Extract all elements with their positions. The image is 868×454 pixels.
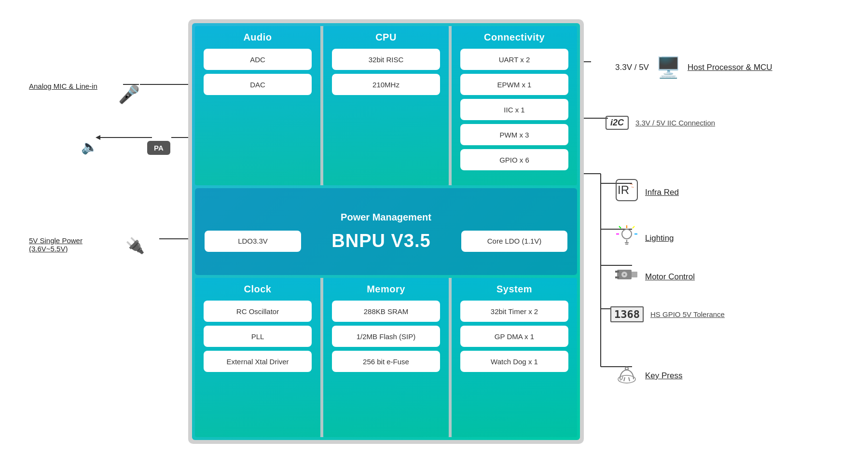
system-section: System 32bit Timer x 2 GP DMA x 1 Watch … [452, 278, 577, 437]
dma-box: GP DMA x 1 [460, 326, 568, 347]
flash-box: 1/2MB Flash (SIP) [332, 326, 440, 347]
timer-box: 32bit Timer x 2 [460, 301, 568, 322]
cpu-section: CPU 32bit RISC 210MHz [323, 26, 449, 185]
chip-block: Audio ADC DAC CPU 32bit RISC [188, 19, 584, 444]
chip-icon: 🖥️ [656, 55, 681, 79]
gpio-box: GPIO x 6 [460, 149, 568, 170]
right-panel: 3.3V / 5V 🖥️ Host Processor & MCU i2C 3.… [601, 19, 842, 444]
svg-line-30 [619, 226, 621, 228]
power-management-section: Power Management LDO3.3V BNPU V3.5 Core … [195, 188, 577, 275]
svg-rect-37 [615, 276, 619, 278]
i2c-icon: i2C [606, 116, 629, 130]
ldo33-box: LDO3.3V [205, 231, 301, 252]
xtal-box: External Xtal Driver [204, 351, 312, 372]
pa-box: PA [147, 141, 170, 155]
sram-box: 288KB SRAM [332, 301, 440, 322]
svg-line-31 [633, 226, 634, 228]
cpu-mhz-box: 210MHz [332, 74, 440, 95]
microphone-icon: 🎤 [118, 84, 140, 105]
svg-rect-36 [615, 271, 619, 273]
power-label: 5V Single Power(3.6V~5.5V) [29, 236, 83, 253]
iic-box: IIC x 1 [460, 99, 568, 120]
memory-section: Memory 288KB SRAM 1/2MB Flash (SIP) 256 … [323, 278, 449, 437]
motor-icon [615, 263, 638, 290]
power-plug-icon: 🔌 [125, 236, 145, 255]
speaker-icon: 🔈 [81, 139, 98, 155]
svg-point-39 [623, 274, 625, 275]
hs-gpio-item: 1368 HS GPIO 5V Tolerance [610, 306, 725, 322]
lighting-item: Lighting [615, 224, 674, 252]
svg-point-25 [622, 229, 632, 239]
pwm-box: PWM x 3 [460, 124, 568, 145]
gpio-display-icon: 1368 [610, 306, 644, 322]
connectivity-section: Connectivity UART x 2 EPWM x 1 IIC x 1 P… [452, 26, 577, 185]
epwm-box: EPWM x 1 [460, 74, 568, 95]
motor-control-item: Motor Control [615, 263, 695, 290]
clock-section: Clock RC Oscillator PLL External Xtal Dr… [195, 278, 320, 437]
core-ldo-box: Core LDO (1.1V) [461, 231, 567, 252]
audio-section: Audio ADC DAC [195, 26, 320, 185]
analog-mic-label: Analog MIC & Line-in [29, 82, 97, 90]
infra-red-item: IR ~ ~ Infra Red [615, 179, 679, 206]
watchdog-box: Watch Dog x 1 [460, 351, 568, 372]
ir-icon: IR ~ ~ [615, 179, 638, 206]
svg-text:~: ~ [631, 185, 634, 190]
host-processor-item: 3.3V / 5V 🖥️ Host Processor & MCU [615, 55, 772, 79]
efuse-box: 256 bit e-Fuse [332, 351, 440, 372]
svg-text:IR: IR [618, 183, 629, 196]
key-press-icon [615, 362, 638, 390]
dac-box: DAC [204, 74, 312, 95]
adc-box: ADC [204, 49, 312, 70]
lighting-icon [615, 224, 638, 252]
cpu-risc-box: 32bit RISC [332, 49, 440, 70]
key-press-item: Key Press [615, 362, 682, 390]
pll-box: PLL [204, 326, 312, 347]
iic-connection-item: i2C 3.3V / 5V IIC Connection [606, 116, 715, 130]
svg-rect-35 [632, 272, 637, 277]
rc-oscillator-box: RC Oscillator [204, 301, 312, 322]
uart-box: UART x 2 [460, 49, 568, 70]
svg-point-41 [625, 367, 628, 370]
